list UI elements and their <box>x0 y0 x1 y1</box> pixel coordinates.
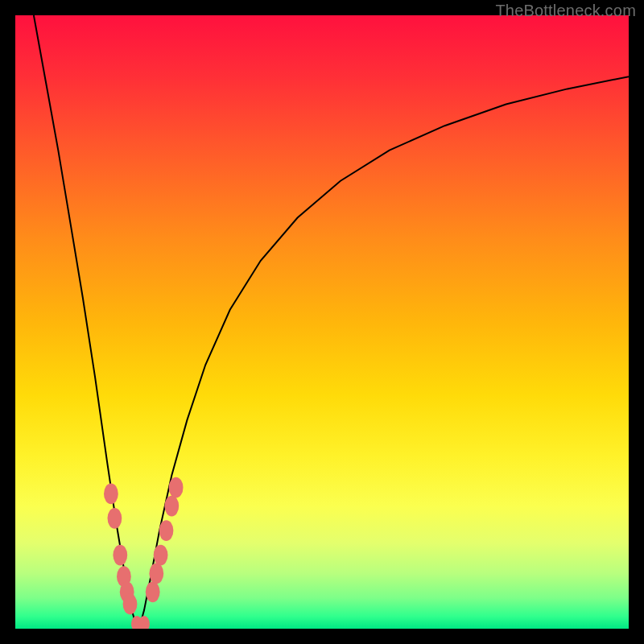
data-beads-group <box>104 477 184 629</box>
watermark-text: TheBottleneck.com <box>495 2 636 20</box>
data-bead <box>154 545 168 566</box>
data-bead <box>146 581 160 602</box>
data-bead <box>149 564 163 584</box>
left-bottleneck-curve <box>34 15 136 625</box>
data-bead <box>123 594 138 615</box>
plot-area <box>15 15 629 629</box>
data-bead <box>169 477 184 498</box>
data-bead <box>159 520 174 541</box>
curve-overlay-svg <box>15 15 629 629</box>
chart-frame: TheBottleneck.com <box>0 0 644 644</box>
data-bead <box>164 496 179 517</box>
right-bottleneck-curve <box>140 76 629 625</box>
data-bead <box>108 508 122 529</box>
data-bead <box>113 545 127 566</box>
data-bead <box>104 484 118 505</box>
